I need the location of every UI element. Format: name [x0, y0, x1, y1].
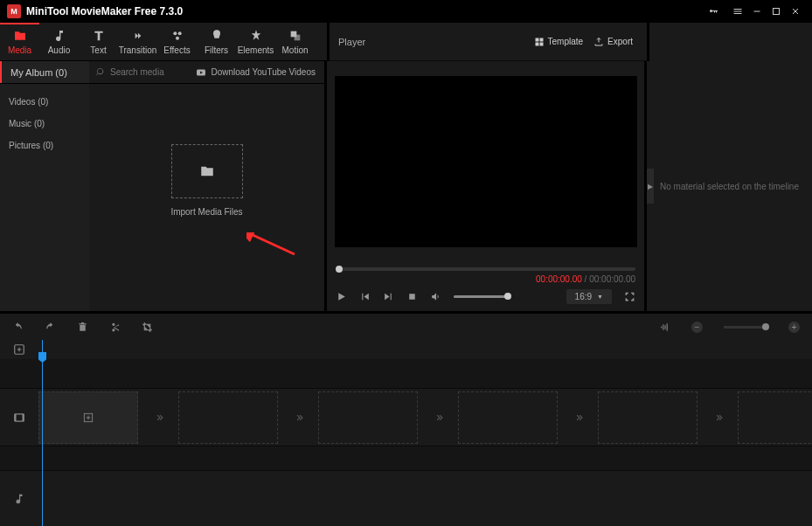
tab-transition[interactable]: Transition [118, 23, 157, 61]
split-button[interactable] [109, 322, 121, 333]
svg-rect-0 [754, 11, 760, 12]
svg-rect-16 [15, 413, 17, 420]
search-box[interactable] [89, 67, 196, 77]
tab-motion[interactable]: Motion [275, 23, 315, 61]
album-label[interactable]: My Album (0) [0, 61, 89, 83]
effects-icon [170, 28, 184, 44]
clip-slot[interactable] [458, 391, 558, 444]
zoom-in-button[interactable]: + [788, 322, 800, 333]
window-title: MiniTool MovieMaker Free 7.3.0 [26, 5, 704, 17]
youtube-icon [196, 67, 206, 78]
transition-slot[interactable] [142, 412, 178, 424]
sidebar-item-videos[interactable]: Videos (0) [0, 91, 89, 113]
video-track-icon [0, 389, 38, 446]
collapse-panel-button[interactable]: ▶ [647, 169, 654, 204]
transition-slot[interactable] [561, 412, 598, 424]
empty-state-text: No material selected on the timeline [660, 182, 799, 191]
aspect-ratio-select[interactable]: 16:9 ▼ [566, 289, 612, 304]
sidebar-item-music[interactable]: Music (0) [0, 113, 89, 135]
stop-button[interactable] [406, 291, 418, 302]
transition-slot[interactable] [421, 412, 458, 424]
audio-track-icon [0, 471, 38, 526]
delete-button[interactable] [77, 322, 88, 333]
zoom-out-button[interactable]: − [691, 322, 703, 333]
video-preview[interactable] [335, 76, 637, 247]
undo-button[interactable] [12, 322, 24, 333]
filters-icon [210, 28, 224, 44]
tab-audio[interactable]: Audio [39, 23, 79, 61]
svg-rect-13 [409, 294, 415, 300]
export-button[interactable]: Export [588, 33, 638, 51]
svg-rect-9 [535, 42, 538, 45]
timeline-area: − + [0, 311, 812, 526]
tab-elements[interactable]: Elements [236, 23, 275, 61]
volume-slider[interactable] [454, 295, 508, 298]
tab-filters[interactable]: Filters [197, 23, 236, 61]
annotation-arrow-icon [246, 232, 299, 259]
tab-text[interactable]: Text [79, 23, 118, 61]
media-panel: My Album (0) Download YouTube Videos Vid… [0, 61, 327, 311]
search-icon [96, 67, 106, 77]
music-note-icon [52, 28, 66, 44]
crop-button[interactable] [142, 322, 153, 333]
download-youtube-link[interactable]: Download YouTube Videos [196, 67, 324, 78]
clip-slot[interactable] [178, 391, 278, 444]
clip-slot[interactable] [598, 391, 697, 444]
player-title: Player [338, 37, 529, 47]
svg-point-2 [173, 31, 177, 35]
elements-icon [249, 28, 263, 44]
playhead[interactable] [42, 340, 43, 526]
audio-track[interactable] [0, 471, 812, 526]
svg-rect-6 [294, 35, 300, 41]
timeline-toolbar: − + [0, 314, 812, 340]
player-header: Player Template Export [327, 23, 647, 61]
title-bar: M MiniTool MovieMaker Free 7.3.0 [0, 0, 812, 23]
sidebar-item-pictures[interactable]: Pictures (0) [0, 135, 89, 156]
import-label: Import Media Files [170, 207, 242, 217]
transition-slot[interactable] [701, 412, 738, 424]
svg-rect-7 [535, 38, 538, 41]
volume-button[interactable] [430, 291, 441, 302]
transition-icon [131, 28, 145, 44]
app-logo-icon: M [7, 4, 21, 18]
chevron-down-icon: ▼ [597, 294, 603, 300]
media-sidebar: Videos (0) Music (0) Pictures (0) [0, 84, 89, 311]
next-frame-button[interactable] [383, 291, 394, 302]
svg-rect-8 [539, 38, 543, 41]
properties-panel: ▶ No material selected on the timeline [647, 61, 812, 311]
menu-icon[interactable] [728, 2, 747, 21]
zoom-slider[interactable] [724, 326, 767, 329]
play-button[interactable] [336, 291, 347, 302]
import-media-box[interactable] [171, 144, 243, 198]
fullscreen-button[interactable] [624, 291, 635, 302]
key-icon[interactable] [704, 2, 723, 21]
clip-slot[interactable] [318, 391, 418, 444]
folder-icon [198, 163, 217, 179]
tab-media[interactable]: Media [0, 23, 39, 61]
close-button[interactable] [786, 2, 805, 21]
folder-icon [13, 28, 27, 44]
svg-point-3 [177, 31, 181, 35]
progress-bar[interactable] [336, 267, 635, 271]
maximize-button[interactable] [767, 2, 786, 21]
search-input[interactable] [110, 67, 189, 77]
svg-line-12 [251, 234, 295, 254]
media-drop-area[interactable]: Import Media Files [89, 84, 324, 311]
template-button[interactable]: Template [529, 33, 589, 51]
minimize-button[interactable] [747, 2, 767, 21]
add-track-button[interactable] [0, 343, 38, 356]
motion-icon [288, 28, 302, 44]
prev-frame-button[interactable] [359, 291, 371, 302]
transition-slot[interactable] [281, 412, 318, 424]
main-toolbar: Media Audio Text Transition Effects Filt… [0, 23, 327, 61]
svg-rect-1 [774, 9, 780, 15]
audio-wave-icon[interactable] [659, 322, 670, 333]
clip-slot[interactable] [738, 391, 812, 444]
clip-slot[interactable] [38, 391, 138, 444]
svg-rect-17 [23, 413, 24, 420]
text-icon [92, 28, 106, 44]
video-track[interactable] [0, 389, 812, 446]
redo-button[interactable] [45, 322, 56, 333]
player-panel: 00:00:00.00 / 00:00:00.00 16:9 ▼ [327, 61, 647, 311]
tab-effects[interactable]: Effects [157, 23, 197, 61]
